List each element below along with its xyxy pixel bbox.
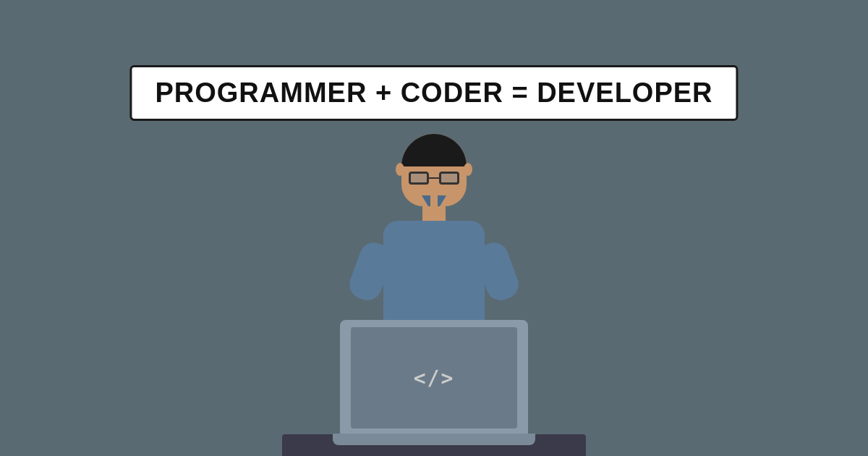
person-arm-left [346,239,396,305]
banner-text: PROGRAMMER + CODER = DEVELOPER [155,77,712,108]
laptop-code-symbol: </> [414,366,455,390]
person-glasses [409,172,459,186]
person-arm-right [472,239,523,305]
glasses-left-lens [409,172,429,185]
person-hair [401,134,467,166]
glasses-right-lens [439,172,459,185]
person [383,134,485,322]
banner: PROGRAMMER + CODER = DEVELOPER [129,65,738,121]
person-ear-left [396,163,404,176]
laptop: </> [340,320,528,436]
person-torso [383,221,485,322]
laptop-screen: </> [351,327,517,428]
glasses-bridge [429,177,439,179]
person-ear-right [464,163,472,176]
laptop-keyboard [333,434,535,445]
person-neck [422,206,446,221]
person-head [401,134,467,206]
